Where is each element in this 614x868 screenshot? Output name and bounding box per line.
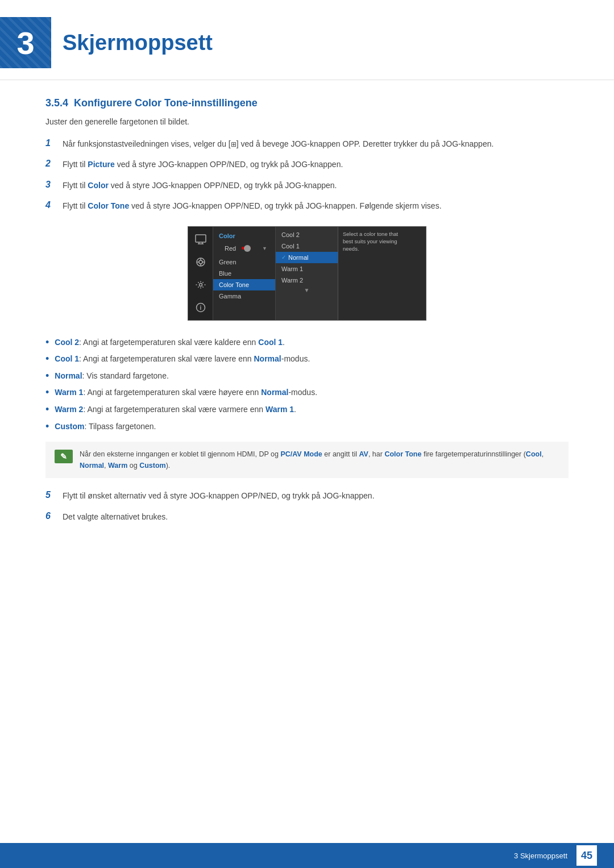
step-5: 5 Flytt til ønsket alternativ ved å styr… [45,489,569,502]
bullet-cool1: • Cool 1: Angi at fargetemperaturen skal… [45,353,569,366]
svg-point-5 [199,260,202,264]
steps-list: 1 Når funksjonstastveiledningen vises, v… [45,138,569,213]
menu-item-colortone: Color Tone [213,279,275,290]
ui-right-info: Select a color tone that best suits your… [338,227,406,320]
menu-item-green: Green [213,256,275,268]
steps-end-list: 5 Flytt til ønsket alternativ ved å styr… [45,489,569,523]
chapter-header: 3 Skjermoppsett [0,0,614,80]
step-1: 1 Når funksjonstastveiledningen vises, v… [45,138,569,150]
sidebar-adjust-icon [193,254,209,270]
section-heading: 3.5.4 Konfigurere Color Tone-innstilling… [45,97,569,109]
menu-item-red: Red ▼ [213,240,275,256]
bullet-warm2: • Warm 2: Angi at fargetemperaturen skal… [45,404,569,416]
note-text: Når den eksterne inngangen er koblet til… [80,448,559,471]
sidebar-monitor-icon [193,231,209,247]
note-box: ✎ Når den eksterne inngangen er koblet t… [45,442,569,478]
page-content: 3.5.4 Konfigurere Color Tone-innstilling… [0,97,614,580]
step-3: 3 Flytt til Color ved å styre JOG-knappe… [45,179,569,192]
submenu-warm2: Warm 2 [276,275,338,286]
intro-text: Juster den generelle fargetonen til bild… [45,117,569,126]
bullet-normal: • Normal: Vis standard fargetone. [45,370,569,383]
ui-right-text: Select a color tone that best suits your… [343,230,402,253]
svg-point-10 [199,283,202,286]
submenu-warm1: Warm 1 [276,263,338,275]
svg-rect-0 [196,235,206,242]
chapter-title: Skjermoppsett [63,31,213,55]
ui-sidebar: i [188,227,213,320]
ui-mockup-wrapper: i Color Red ▼ Green Blue [45,226,569,321]
submenu-cool1: Cool 1 [276,240,338,252]
step-6: 6 Det valgte alternativet brukes. [45,510,569,523]
submenu-cool2: Cool 2 [276,229,338,240]
step-4: 4 Flytt til Color Tone ved å styre JOG-k… [45,200,569,212]
ui-mockup: i Color Red ▼ Green Blue [188,226,426,321]
ui-menu-panel: Color Red ▼ Green Blue Color Tone Gamma [213,227,276,320]
bullet-custom: • Custom: Tilpass fargetonen. [45,421,569,433]
note-icon: ✎ [55,450,73,463]
chapter-number-box: 3 [0,17,51,68]
step-2: 2 Flytt til Picture ved å styre JOG-knap… [45,158,569,171]
chapter-number: 3 [16,24,34,61]
page-footer: 3 Skjermoppsett 45 [0,843,614,868]
bullet-cool2: • Cool 2: Angi at fargetemperaturen skal… [45,337,569,349]
svg-text:✎: ✎ [60,452,67,461]
menu-item-blue: Blue [213,268,275,279]
bullet-list: • Cool 2: Angi at fargetemperaturen skal… [45,337,569,433]
footer-page-number: 45 [576,845,597,866]
bullet-warm1: • Warm 1: Angi at fargetemperaturen skal… [45,387,569,399]
svg-text:i: i [200,305,201,311]
submenu-scroll-down: ▼ [276,286,338,294]
sidebar-info-icon: i [193,300,209,315]
sidebar-gear-icon [193,277,209,293]
ui-submenu-panel: Cool 2 Cool 1 ✓ Normal Warm 1 Warm 2 ▼ [276,227,338,320]
submenu-normal: ✓ Normal [276,252,338,263]
footer-chapter-label: 3 Skjermoppsett [514,852,567,860]
menu-item-gamma: Gamma [213,290,275,302]
menu-label: Color [213,230,275,240]
